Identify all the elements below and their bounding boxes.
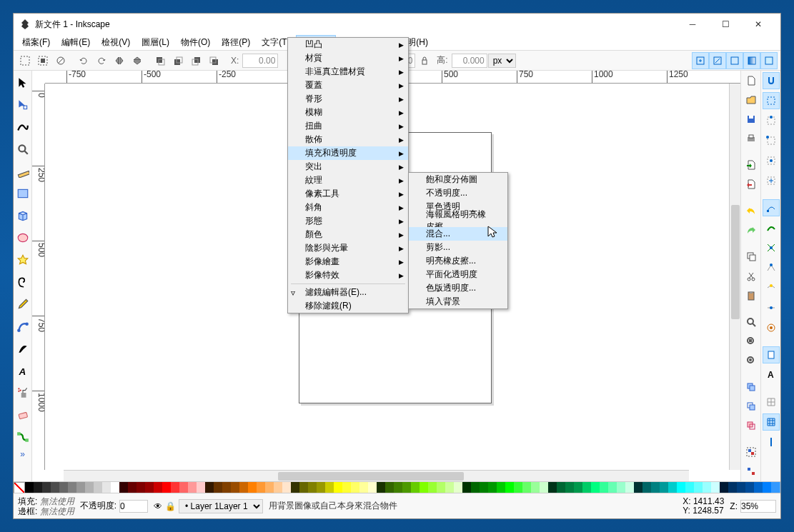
color-swatch[interactable] xyxy=(265,482,274,493)
zoom-input[interactable] xyxy=(740,500,776,513)
snap-grid-button[interactable] xyxy=(763,393,780,411)
filter-item[interactable]: 非逼真立體材質▶ xyxy=(288,65,408,79)
menu-4[interactable]: 物件(O) xyxy=(175,35,216,50)
clone-button[interactable] xyxy=(743,398,760,415)
color-swatch[interactable] xyxy=(137,482,145,493)
vertical-scrollbar[interactable] xyxy=(729,84,740,470)
color-swatch[interactable] xyxy=(651,482,660,493)
color-swatch[interactable] xyxy=(565,482,574,493)
color-swatch[interactable] xyxy=(617,482,625,493)
unlink-button[interactable] xyxy=(743,418,760,434)
chevron-down-icon[interactable]: » xyxy=(14,448,31,460)
color-swatch[interactable] xyxy=(231,482,239,493)
color-swatch[interactable] xyxy=(548,482,557,493)
snap-intersect[interactable] xyxy=(763,239,780,256)
color-swatch[interactable] xyxy=(703,482,711,493)
color-swatch[interactable] xyxy=(368,482,377,493)
color-swatch[interactable] xyxy=(402,482,411,493)
color-swatch[interactable] xyxy=(737,482,745,493)
filter-item[interactable]: 影像特效▶ xyxy=(288,268,408,282)
rotate-cw-button[interactable] xyxy=(93,52,110,69)
color-swatch[interactable] xyxy=(454,482,462,493)
color-swatch[interactable] xyxy=(59,482,68,493)
selector-tool[interactable] xyxy=(14,72,31,94)
color-swatch[interactable] xyxy=(274,482,282,493)
affect-move-button[interactable] xyxy=(692,52,709,69)
color-swatch[interactable] xyxy=(85,482,94,493)
snap-path[interactable] xyxy=(763,219,780,236)
submenu-item[interactable]: 不透明度... xyxy=(409,186,507,200)
calligraphy-tool[interactable] xyxy=(14,338,31,359)
color-swatch[interactable] xyxy=(308,482,317,493)
color-swatch[interactable] xyxy=(188,482,197,493)
menu-1[interactable]: 編輯(E) xyxy=(56,35,96,50)
color-swatch[interactable] xyxy=(634,482,642,493)
zoom-tool[interactable] xyxy=(14,139,31,160)
snap-text[interactable]: A xyxy=(763,366,780,383)
color-swatch[interactable] xyxy=(119,482,128,493)
color-swatch[interactable] xyxy=(420,482,428,493)
color-swatch[interactable] xyxy=(625,482,634,493)
color-swatch[interactable] xyxy=(385,482,394,493)
x-input[interactable] xyxy=(242,54,278,68)
color-swatch[interactable] xyxy=(205,482,214,493)
snap-guide-button[interactable] xyxy=(763,433,780,451)
cut-button[interactable] xyxy=(743,268,760,284)
color-swatch[interactable] xyxy=(720,482,728,493)
menu-2[interactable]: 檢視(V) xyxy=(96,35,136,50)
filter-item[interactable]: 像素工具▶ xyxy=(288,187,408,201)
filter-item[interactable]: 填充和透明度▶ xyxy=(288,146,408,160)
color-swatch[interactable] xyxy=(351,482,359,493)
color-swatch[interactable] xyxy=(51,482,59,493)
color-swatch[interactable] xyxy=(745,482,754,493)
snap-toggle[interactable] xyxy=(763,72,780,89)
color-swatch[interactable] xyxy=(763,482,771,493)
eraser-tool[interactable] xyxy=(14,404,31,426)
filter-item[interactable]: 脊形▶ xyxy=(288,92,408,106)
vertical-ruler[interactable]: 02505007501000 xyxy=(32,84,45,470)
snap-bbox-mid[interactable] xyxy=(763,152,780,169)
submenu-item[interactable]: 色版透明度... xyxy=(409,281,507,295)
close-button[interactable]: ✕ xyxy=(742,14,775,35)
submenu-item[interactable]: 剪影... xyxy=(409,241,507,254)
spray-tool[interactable] xyxy=(14,382,31,403)
snap-others[interactable] xyxy=(763,319,780,336)
connector-tool[interactable] xyxy=(14,426,31,448)
color-swatch[interactable] xyxy=(162,482,171,493)
affect-pattern-button[interactable] xyxy=(760,52,778,69)
eye-icon[interactable]: 👁 xyxy=(154,501,162,511)
redo-button[interactable] xyxy=(743,222,760,239)
color-swatch[interactable] xyxy=(257,482,265,493)
rect-tool[interactable] xyxy=(14,183,31,204)
color-swatch[interactable] xyxy=(642,482,651,493)
color-swatch[interactable] xyxy=(102,482,111,493)
opacity-input[interactable] xyxy=(119,500,148,513)
color-swatch[interactable] xyxy=(42,482,51,493)
submenu-item[interactable]: 平面化透明度 xyxy=(409,268,507,281)
raise-button[interactable] xyxy=(169,52,187,69)
color-swatch[interactable] xyxy=(582,482,591,493)
save-button[interactable] xyxy=(743,111,760,127)
filter-item[interactable]: 移除濾鏡(R) xyxy=(288,299,408,313)
color-swatch[interactable] xyxy=(154,482,162,493)
color-swatch[interactable] xyxy=(359,482,368,493)
new-doc-button[interactable] xyxy=(743,72,760,89)
duplicate-button[interactable] xyxy=(743,378,760,395)
select-all-button[interactable] xyxy=(16,52,34,69)
export-button[interactable] xyxy=(743,176,760,193)
snap-nodes[interactable] xyxy=(763,199,780,216)
color-swatch[interactable] xyxy=(94,482,102,493)
lower-button[interactable] xyxy=(187,52,204,69)
color-swatch[interactable] xyxy=(179,482,188,493)
color-swatch[interactable] xyxy=(694,482,703,493)
affect-gradient-button[interactable] xyxy=(743,52,760,69)
group-button[interactable] xyxy=(743,444,760,461)
color-swatch[interactable] xyxy=(497,482,505,493)
text-tool[interactable]: A xyxy=(14,360,31,381)
color-swatch[interactable] xyxy=(728,482,737,493)
color-swatch[interactable] xyxy=(771,482,780,493)
menu-0[interactable]: 檔案(F) xyxy=(16,35,56,50)
color-swatch[interactable] xyxy=(299,482,308,493)
filter-item[interactable]: 覆蓋▶ xyxy=(288,79,408,92)
color-swatch[interactable] xyxy=(522,482,531,493)
